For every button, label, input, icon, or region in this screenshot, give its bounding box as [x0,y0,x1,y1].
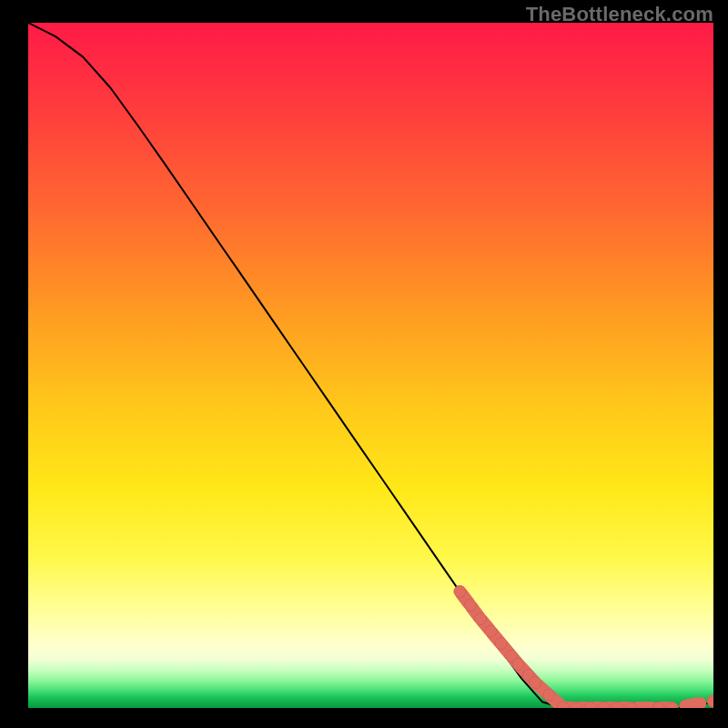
chart-svg [28,23,713,708]
marker-dot [454,586,466,598]
marker-point [686,703,701,706]
marker-dot [543,689,555,701]
marker-dot [530,677,541,689]
bottleneck-curve [28,23,713,708]
marker-dot [464,600,476,612]
marker-dot [475,613,487,625]
watermark-text: TheBottleneck.com [526,3,713,26]
marker-dot [708,695,714,707]
plot-area [28,23,713,708]
marker-layer [454,586,713,709]
marker-dot [495,638,507,650]
marker-dot [485,625,497,637]
marker-dot [512,658,524,670]
